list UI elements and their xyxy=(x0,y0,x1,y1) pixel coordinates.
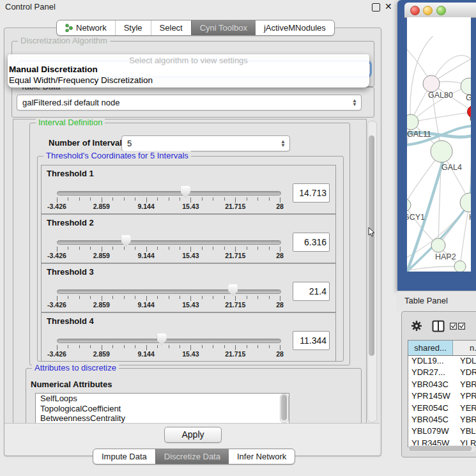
vertical-scrollbar[interactable] xyxy=(367,121,377,422)
tick-label: 28 xyxy=(263,203,296,210)
tab-infer-network[interactable]: Infer Network xyxy=(229,449,295,464)
network-edge[interactable] xyxy=(411,112,471,122)
network-edge[interactable] xyxy=(407,266,460,272)
float-window-icon[interactable] xyxy=(372,3,380,12)
tab-discretize-data[interactable]: Discretize Data xyxy=(155,449,229,464)
network-node[interactable] xyxy=(454,261,466,272)
table-row[interactable]: YPR145WYPR1 xyxy=(408,391,476,403)
tick-mark xyxy=(202,247,203,250)
threshold-slider-track[interactable] xyxy=(57,240,281,245)
network-node[interactable] xyxy=(431,141,452,162)
table-row[interactable]: YBR043CYBR0 xyxy=(408,380,476,391)
table-row[interactable]: YDR27...YDR2 xyxy=(408,367,476,379)
tick-label: 2.859 xyxy=(85,203,118,210)
cell-shared-name[interactable]: YDL19... xyxy=(408,356,456,367)
tick-mark xyxy=(247,296,247,299)
cell-name[interactable]: YDL1 xyxy=(456,356,476,367)
minimize-traffic-light-icon[interactable] xyxy=(423,6,433,15)
tick-mark xyxy=(235,197,236,203)
network-node[interactable] xyxy=(431,238,445,252)
numerical-attributes-list[interactable]: SelfLoopsTopologicalCoefficientBetweenne… xyxy=(35,393,289,424)
cell-name[interactable]: YBR0 xyxy=(456,415,476,426)
zoom-traffic-light-icon[interactable] xyxy=(436,6,446,15)
tab-label: Impute Data xyxy=(102,452,147,461)
dropdown-option-equal-width-frequency-discretization[interactable]: Equal Width/Frequency Discretization xyxy=(9,75,153,85)
network-node[interactable] xyxy=(407,199,411,211)
tab-impute-data[interactable]: Impute Data xyxy=(93,449,155,464)
attribute-item-topologicalcoefficient[interactable]: TopologicalCoefficient xyxy=(36,404,289,414)
threshold-value-field[interactable] xyxy=(293,282,330,301)
threshold-slider-thumb[interactable] xyxy=(228,284,238,296)
threshold-value-field[interactable] xyxy=(293,331,330,350)
network-graph[interactable]: GAL80GACGAL11GAL4GCY1HHAP2 xyxy=(407,17,471,272)
threshold-slider-thumb[interactable] xyxy=(157,334,167,346)
dropdown-option-manual-discretization[interactable]: Manual Discretization xyxy=(9,65,98,74)
tick-mark xyxy=(280,345,280,350)
select-columns-icon[interactable] xyxy=(450,323,465,330)
close-traffic-light-icon[interactable] xyxy=(410,6,420,15)
gear-icon[interactable] xyxy=(411,320,422,332)
network-window-titlebar[interactable] xyxy=(404,3,476,18)
tab-style[interactable]: Style xyxy=(115,20,151,35)
network-node[interactable] xyxy=(423,75,440,92)
cell-shared-name[interactable]: YER054C xyxy=(408,403,456,415)
table-row[interactable]: YBL079WYBL0 xyxy=(408,426,476,438)
scrollbar-thumb[interactable] xyxy=(409,446,472,451)
threshold-slider-track[interactable] xyxy=(57,191,281,196)
tab-network[interactable]: Network xyxy=(57,20,115,35)
network-node[interactable] xyxy=(461,78,471,95)
threshold-slider-track[interactable] xyxy=(57,339,281,343)
cell-shared-name[interactable]: YDR27... xyxy=(408,367,456,379)
cell-name[interactable]: YBR0 xyxy=(456,380,476,391)
attribute-item-selfloops[interactable]: SelfLoops xyxy=(36,394,289,404)
attribute-item-betweennesscentrality[interactable]: BetweennessCentrality xyxy=(36,413,289,424)
cell-name[interactable]: YBL0 xyxy=(456,426,476,438)
table-row[interactable]: YBR045CYBR0 xyxy=(408,415,476,426)
cell-name[interactable]: YER0 xyxy=(456,403,476,415)
column-header-shared-name[interactable]: shared... xyxy=(408,341,453,355)
tick-mark xyxy=(57,296,58,301)
cell-name[interactable]: YPR1 xyxy=(456,391,476,403)
tick-mark xyxy=(146,296,147,301)
network-canvas[interactable]: GAL80GACGAL11GAL4GCY1HHAP2 xyxy=(407,17,471,272)
tick-mark xyxy=(202,345,203,348)
number-of-intervals-combobox[interactable]: 5 ▲▼ xyxy=(121,135,290,151)
tick-mark xyxy=(235,345,236,350)
threshold-slider-track[interactable] xyxy=(57,289,281,294)
threshold-slider-thumb[interactable] xyxy=(121,235,131,247)
tick-mark xyxy=(124,197,125,201)
table-data-combobox[interactable]: galFiltered.sif default node ▲▼ xyxy=(17,95,362,111)
tick-mark xyxy=(68,345,68,348)
number-of-intervals-value: 5 xyxy=(127,139,132,148)
tick-mark xyxy=(112,345,113,348)
close-icon[interactable]: ✕ xyxy=(385,1,392,12)
threshold-panel: Threshold 3 -3.4262.8599.14415.4321.7152… xyxy=(41,263,336,312)
tick-mark xyxy=(79,345,80,348)
scrollbar-thumb[interactable] xyxy=(281,395,287,420)
cell-shared-name[interactable]: YBR045C xyxy=(408,415,456,426)
tick-mark xyxy=(180,296,180,299)
tick-label: -3.426 xyxy=(40,252,73,259)
table-row[interactable]: YER054CYER0 xyxy=(408,403,476,415)
threshold-value-field[interactable] xyxy=(293,183,330,203)
tab-select[interactable]: Select xyxy=(151,20,191,35)
tab-cyni-toolbox[interactable]: Cyni Toolbox xyxy=(191,20,256,35)
column-header-name[interactable]: n... xyxy=(453,341,476,355)
cell-shared-name[interactable]: YBL079W xyxy=(408,426,456,438)
threshold-slider-thumb[interactable] xyxy=(181,186,190,198)
attributes-scrollbar[interactable] xyxy=(280,394,289,423)
table-horizontal-scrollbar[interactable] xyxy=(408,445,476,452)
split-columns-icon[interactable] xyxy=(432,320,445,332)
threshold-value-field[interactable] xyxy=(293,233,330,252)
table-row[interactable]: YDL19...YDL1 xyxy=(408,356,476,367)
apply-button[interactable]: Apply xyxy=(164,427,222,443)
cell-shared-name[interactable]: YPR145W xyxy=(408,391,456,403)
scrollbar-thumb[interactable] xyxy=(369,135,374,356)
tab-jactivemnodules[interactable]: jActiveMNodules xyxy=(256,20,334,35)
node-table[interactable]: shared... n... YDL19...YDL1YDR27...YDR2Y… xyxy=(408,340,476,447)
network-node[interactable] xyxy=(460,193,471,212)
cell-shared-name[interactable]: YBR043C xyxy=(408,380,456,391)
cell-name[interactable]: YDR2 xyxy=(456,367,476,379)
tick-mark xyxy=(269,296,270,299)
tick-mark xyxy=(169,296,169,299)
